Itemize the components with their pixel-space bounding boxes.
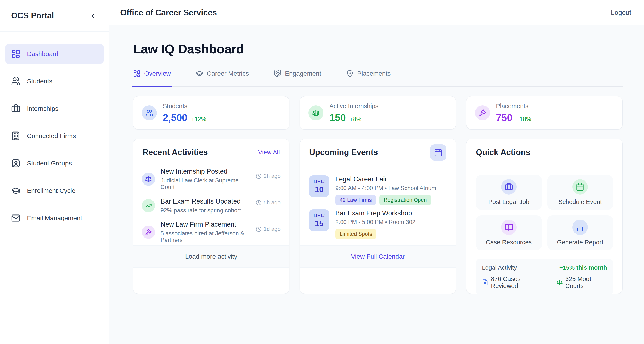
- legal-activity-summary: Legal Activity +15% this month 876 Cases…: [476, 259, 613, 294]
- stat-delta: +18%: [516, 116, 531, 122]
- graduation-cap-icon: [11, 186, 20, 195]
- stat-delta: +12%: [191, 116, 206, 122]
- activity-subtitle: 92% pass rate for spring cohort: [161, 207, 250, 214]
- recent-activities-panel: Recent Activities View All New Internshi…: [133, 139, 290, 294]
- stat-value: 2,500: [163, 112, 187, 123]
- load-more-button[interactable]: Load more activity: [133, 245, 289, 268]
- event-details: 9:00 AM - 4:00 PM • Law School Atrium: [335, 185, 436, 192]
- activity-item: New Internship Posted Judicial Law Clerk…: [133, 166, 289, 192]
- briefcase-icon: [501, 179, 516, 195]
- stat-text: 325 Moot Courts: [565, 275, 607, 290]
- scales-icon: [556, 279, 563, 286]
- event-item: DEC 10 Legal Career Fair 9:00 AM - 4:00 …: [309, 175, 446, 205]
- sidebar-item-connected-firms[interactable]: Connected Firms: [5, 126, 104, 146]
- tab-placements[interactable]: Placements: [346, 70, 391, 86]
- square-user-icon: [11, 159, 20, 168]
- gavel-icon: [475, 105, 490, 120]
- view-full-calendar-link[interactable]: View Full Calendar: [300, 245, 456, 268]
- event-date: DEC 15: [309, 209, 329, 231]
- page-title: Law IQ Dashboard: [133, 42, 622, 56]
- calendar-icon: [572, 179, 588, 195]
- activity-time: 2h ago: [264, 173, 280, 179]
- logout-button[interactable]: Logout: [611, 9, 631, 16]
- sidebar-item-label: Email Management: [27, 214, 82, 222]
- sidebar-item-students[interactable]: Students: [5, 71, 104, 91]
- stat-delta: +8%: [350, 116, 362, 122]
- bar-chart-icon: [572, 220, 588, 235]
- topbar-title: Office of Career Services: [120, 8, 217, 17]
- stat-value: 150: [330, 112, 346, 123]
- cases-reviewed-stat: 876 Cases Reviewed: [482, 275, 544, 290]
- trending-up-icon: [142, 199, 155, 212]
- tab-career-metrics[interactable]: Career Metrics: [196, 70, 249, 86]
- sidebar-item-label: Enrollment Cycle: [27, 187, 76, 194]
- event-title: Legal Career Fair: [335, 175, 436, 183]
- sidebar-item-email-management[interactable]: Email Management: [5, 208, 104, 228]
- moot-courts-stat: 325 Moot Courts: [556, 275, 607, 290]
- event-badge: Limited Spots: [335, 229, 376, 239]
- stat-label: Students: [163, 103, 206, 110]
- sidebar-item-label: Student Groups: [27, 160, 72, 167]
- dashboard-icon: [133, 70, 141, 77]
- sidebar: OCS Portal Dashboard Students: [0, 0, 109, 344]
- scales-icon: [308, 105, 324, 120]
- summary-label: Legal Activity: [482, 264, 517, 271]
- schedule-event-button[interactable]: Schedule Event: [547, 175, 613, 210]
- sidebar-item-enrollment-cycle[interactable]: Enrollment Cycle: [5, 180, 104, 201]
- generate-report-button[interactable]: Generate Report: [547, 215, 613, 250]
- main-area: Office of Career Services Logout Law IQ …: [109, 0, 644, 344]
- app-root: OCS Portal Dashboard Students: [0, 0, 644, 344]
- sidebar-item-label: Dashboard: [27, 50, 58, 57]
- stat-text: 876 Cases Reviewed: [491, 275, 544, 290]
- tab-label: Career Metrics: [207, 70, 249, 77]
- briefcase-icon: [11, 104, 20, 113]
- event-details: 2:00 PM - 5:00 PM • Room 302: [335, 219, 415, 226]
- stats-row: Students 2,500 +12% Active Internships: [133, 96, 622, 130]
- clock-icon: [256, 200, 261, 205]
- clock-icon: [256, 226, 261, 232]
- tab-label: Engagement: [285, 70, 321, 77]
- case-resources-button[interactable]: Case Resources: [476, 215, 542, 250]
- dashboard-icon: [11, 49, 20, 58]
- stat-card-placements: Placements 750 +18%: [466, 96, 622, 130]
- stat-label: Active Internships: [330, 103, 378, 110]
- topbar: Office of Career Services Logout: [109, 0, 644, 25]
- panel-title: Quick Actions: [476, 148, 530, 157]
- page-content: Law IQ Dashboard Overview Career Metrics: [109, 25, 644, 344]
- calendar-button[interactable]: [430, 144, 446, 161]
- book-open-icon: [501, 220, 516, 235]
- activity-item: Bar Exam Results Updated 92% pass rate f…: [133, 192, 289, 219]
- tile-label: Post Legal Job: [488, 198, 529, 205]
- tile-label: Schedule Event: [558, 198, 602, 205]
- tile-label: Case Resources: [486, 239, 532, 246]
- quick-actions-panel: Quick Actions Post Legal Job: [466, 139, 622, 294]
- graduation-cap-icon: [196, 70, 204, 77]
- event-date: DEC 10: [309, 175, 329, 197]
- post-legal-job-button[interactable]: Post Legal Job: [476, 175, 542, 210]
- sidebar-nav: Dashboard Students Internships Connected…: [0, 32, 109, 228]
- stat-value: 750: [496, 112, 512, 123]
- activity-time: 5h ago: [264, 199, 280, 206]
- panels-row: Recent Activities View All New Internshi…: [133, 139, 622, 294]
- sidebar-item-student-groups[interactable]: Student Groups: [5, 153, 104, 174]
- summary-delta: +15% this month: [559, 264, 607, 271]
- tab-engagement[interactable]: Engagement: [274, 70, 321, 86]
- users-icon: [11, 76, 20, 86]
- sidebar-header: OCS Portal: [0, 0, 109, 32]
- handshake-icon: [274, 70, 282, 77]
- tab-label: Overview: [144, 70, 171, 77]
- scales-icon: [142, 173, 155, 186]
- file-text-icon: [482, 279, 488, 286]
- sidebar-item-dashboard[interactable]: Dashboard: [5, 44, 104, 64]
- activity-item: New Law Firm Placement 5 associates hire…: [133, 219, 289, 245]
- activity-title: New Internship Posted: [161, 168, 250, 175]
- activity-time: 1d ago: [264, 226, 280, 232]
- view-all-link[interactable]: View All: [258, 149, 280, 156]
- tab-overview[interactable]: Overview: [133, 70, 171, 86]
- clock-icon: [256, 173, 261, 179]
- sidebar-collapse-button[interactable]: [88, 10, 98, 21]
- upcoming-events-panel: Upcoming Events DEC 10: [300, 139, 456, 294]
- sidebar-item-label: Students: [27, 78, 52, 85]
- sidebar-item-label: Connected Firms: [27, 132, 76, 140]
- sidebar-item-internships[interactable]: Internships: [5, 98, 104, 119]
